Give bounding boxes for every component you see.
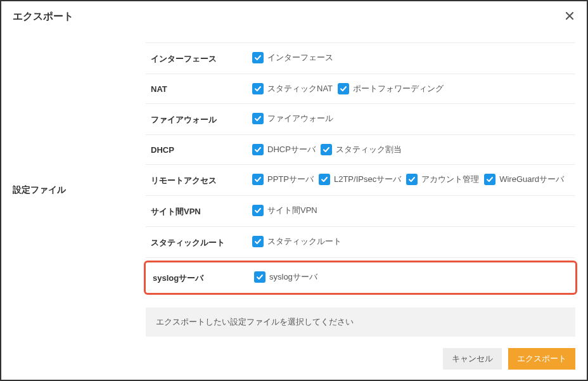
check-icon <box>252 174 264 185</box>
checkbox-label: ファイアウォール <box>267 113 333 124</box>
checkbox-option[interactable]: スタティックNAT <box>252 83 333 94</box>
checkbox-option[interactable]: アカウント管理 <box>406 174 479 185</box>
check-icon <box>252 83 264 94</box>
row-label: NAT <box>151 83 252 94</box>
row-label: ファイアウォール <box>151 113 252 126</box>
check-icon <box>338 83 349 94</box>
row-options: サイト間VPN <box>252 205 575 216</box>
checkbox-label: L2TP/IPsecサーバ <box>334 174 401 185</box>
left-label: 設定ファイル <box>13 42 146 338</box>
settings-row: syslogサーバsyslogサーバ <box>144 261 577 295</box>
check-icon <box>484 174 495 185</box>
checkbox-option[interactable]: インターフェース <box>252 52 333 63</box>
close-button[interactable] <box>564 11 575 23</box>
checkbox-label: アカウント管理 <box>421 174 479 185</box>
row-label: DHCP <box>151 144 252 155</box>
cancel-button[interactable]: キャンセル <box>443 348 502 370</box>
row-options: syslogサーバ <box>254 271 575 283</box>
checkbox-option[interactable]: WireGuardサーバ <box>484 174 564 185</box>
settings-row: サイト間VPNサイト間VPN <box>146 196 575 227</box>
row-options: PPTPサーバL2TP/IPsecサーバアカウント管理WireGuardサーバ <box>252 174 575 185</box>
check-icon <box>319 174 330 185</box>
dialog-title: エクスポート <box>13 10 74 23</box>
settings-row: ファイアウォールファイアウォール <box>146 104 575 135</box>
row-options: スタティックルート <box>252 236 575 247</box>
row-label: リモートアクセス <box>151 174 252 186</box>
settings-panel: インターフェースインターフェースNATスタティックNATポートフォワーディングフ… <box>146 42 575 338</box>
check-icon <box>252 113 264 124</box>
settings-row: インターフェースインターフェース <box>146 43 575 74</box>
checkbox-option[interactable]: サイト間VPN <box>252 205 317 216</box>
checkbox-option[interactable]: スタティック割当 <box>321 144 402 155</box>
checkbox-label: ポートフォワーディング <box>353 83 444 94</box>
row-label: syslogサーバ <box>153 271 254 284</box>
row-label: スタティックルート <box>151 236 252 249</box>
settings-row: スタティックルートスタティックルート <box>146 227 575 258</box>
checkbox-label: スタティック割当 <box>336 144 402 155</box>
row-label: インターフェース <box>151 52 252 65</box>
check-icon <box>252 205 264 216</box>
dialog-body: 設定ファイル インターフェースインターフェースNATスタティックNATポートフォ… <box>1 30 587 338</box>
checkbox-label: インターフェース <box>267 52 333 63</box>
export-dialog: エクスポート 設定ファイル インターフェースインターフェースNATスタティックN… <box>0 0 588 381</box>
check-icon <box>254 271 265 283</box>
check-icon <box>252 236 264 247</box>
checkbox-label: スタティックNAT <box>267 83 333 94</box>
row-label: サイト間VPN <box>151 205 252 217</box>
checkbox-option[interactable]: ファイアウォール <box>252 113 333 124</box>
checkbox-label: PPTPサーバ <box>267 174 314 185</box>
row-options: スタティックNATポートフォワーディング <box>252 83 575 94</box>
check-icon <box>252 144 264 155</box>
checkbox-label: DHCPサーバ <box>267 144 316 155</box>
hint-bar: エクスポートしたい設定ファイルを選択してください <box>146 307 575 337</box>
check-icon <box>406 174 418 185</box>
checkbox-label: スタティックルート <box>267 236 342 247</box>
check-icon <box>252 52 264 63</box>
rows-container: インターフェースインターフェースNATスタティックNATポートフォワーディングフ… <box>146 42 575 295</box>
close-icon <box>566 12 573 22</box>
dialog-footer: キャンセル エクスポート <box>1 338 587 380</box>
row-options: インターフェース <box>252 52 575 63</box>
dialog-header: エクスポート <box>1 1 587 30</box>
checkbox-label: サイト間VPN <box>267 205 317 216</box>
settings-row: リモートアクセスPPTPサーバL2TP/IPsecサーバアカウント管理WireG… <box>146 165 575 196</box>
check-icon <box>321 144 332 155</box>
settings-row: DHCPDHCPサーバスタティック割当 <box>146 135 575 165</box>
row-options: ファイアウォール <box>252 113 575 124</box>
checkbox-label: WireGuardサーバ <box>499 174 564 185</box>
checkbox-option[interactable]: PPTPサーバ <box>252 174 314 185</box>
checkbox-option[interactable]: DHCPサーバ <box>252 144 316 155</box>
checkbox-option[interactable]: スタティックルート <box>252 236 342 247</box>
checkbox-label: syslogサーバ <box>269 271 317 283</box>
settings-row: NATスタティックNATポートフォワーディング <box>146 74 575 104</box>
checkbox-option[interactable]: L2TP/IPsecサーバ <box>319 174 401 185</box>
checkbox-option[interactable]: syslogサーバ <box>254 271 317 283</box>
row-options: DHCPサーバスタティック割当 <box>252 144 575 155</box>
export-button[interactable]: エクスポート <box>508 348 575 370</box>
checkbox-option[interactable]: ポートフォワーディング <box>338 83 444 94</box>
